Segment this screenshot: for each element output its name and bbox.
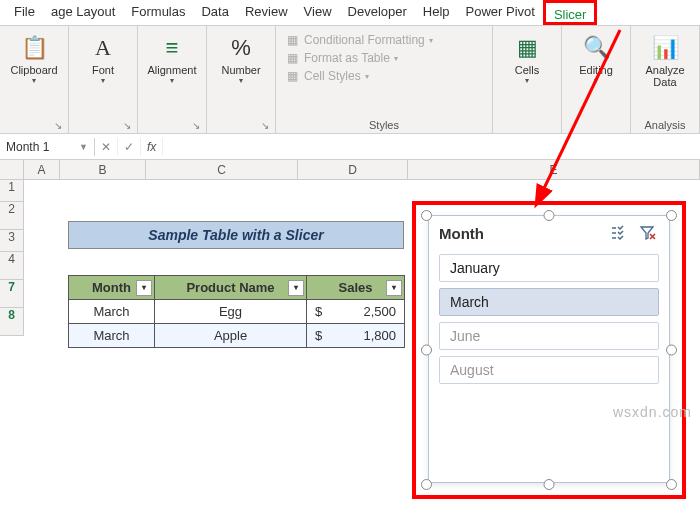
row-8[interactable]: 8 <box>0 308 24 336</box>
slicer-highlight-frame: Month January March June August <box>412 201 686 499</box>
editing-button[interactable]: 🔍Editing▾ <box>566 30 626 85</box>
col-c[interactable]: C <box>146 160 298 179</box>
cell-sales[interactable]: $1,800 <box>307 324 405 348</box>
row-3[interactable]: 3 <box>0 230 24 252</box>
slicer-title: Month <box>439 225 603 242</box>
filter-icon[interactable]: ▾ <box>288 280 304 296</box>
number-button[interactable]: %Number▾ <box>211 30 271 85</box>
cells-button[interactable]: ▦Cells▾ <box>497 30 557 85</box>
cond-format-icon: ▦ <box>284 32 300 48</box>
tab-review[interactable]: Review <box>237 0 296 25</box>
tab-help[interactable]: Help <box>415 0 458 25</box>
col-d[interactable]: D <box>298 160 408 179</box>
cell-product[interactable]: Apple <box>155 324 307 348</box>
col-a[interactable]: A <box>24 160 60 179</box>
group-editing: 🔍Editing▾ <box>562 26 631 133</box>
align-icon: ≡ <box>158 34 186 62</box>
dialog-launcher-font[interactable]: ↘ <box>121 120 133 131</box>
cell-month[interactable]: March <box>69 324 155 348</box>
cell-sales[interactable]: $2,500 <box>307 300 405 324</box>
dialog-launcher-alignment[interactable]: ↘ <box>190 120 202 131</box>
group-cells: ▦Cells▾ <box>493 26 562 133</box>
formula-input[interactable] <box>163 145 700 149</box>
conditional-formatting-button[interactable]: ▦Conditional Formatting ▾ <box>284 32 484 48</box>
cancel-formula-button[interactable]: ✕ <box>95 138 118 156</box>
tab-slicer[interactable]: Slicer <box>543 0 598 25</box>
tab-view[interactable]: View <box>296 0 340 25</box>
worksheet: A B C D E 1 2 3 4 7 8 Sample Table with … <box>0 160 700 516</box>
cell-product[interactable]: Egg <box>155 300 307 324</box>
analyze-data-button[interactable]: 📊Analyze Data <box>635 30 695 88</box>
slicer-header: Month <box>429 216 669 250</box>
tab-formulas[interactable]: Formulas <box>123 0 193 25</box>
tab-data[interactable]: Data <box>193 0 236 25</box>
row-4[interactable]: 4 <box>0 252 24 280</box>
group-analysis: 📊Analyze Data Analysis <box>631 26 700 133</box>
alignment-button[interactable]: ≡Alignment▾ <box>142 30 202 85</box>
slicer-option-august[interactable]: August <box>439 356 659 384</box>
slicer-option-january[interactable]: January <box>439 254 659 282</box>
formula-bar: Month 1▼ ✕ ✓ fx <box>0 134 700 160</box>
table-header-row: Month▾ Product Name▾ Sales▾ <box>69 276 405 300</box>
col-b[interactable]: B <box>60 160 146 179</box>
column-headers: A B C D E <box>0 160 700 180</box>
fx-button[interactable]: fx <box>141 138 163 156</box>
watermark: wsxdn.com <box>613 404 692 420</box>
tab-developer[interactable]: Developer <box>340 0 415 25</box>
slicer-option-june[interactable]: June <box>439 322 659 350</box>
group-number: %Number▾ ↘ <box>207 26 276 133</box>
font-icon: A <box>89 34 117 62</box>
dialog-launcher-clipboard[interactable]: ↘ <box>52 120 64 131</box>
sample-table: Month▾ Product Name▾ Sales▾ March Egg $2… <box>68 275 405 348</box>
clear-filter-icon[interactable] <box>637 222 659 244</box>
ribbon-tabs: File age Layout Formulas Data Review Vie… <box>0 0 700 26</box>
ribbon: 📋Clipboard▾ ↘ AFont▾ ↘ ≡Alignment▾ ↘ %Nu… <box>0 26 700 134</box>
multi-select-icon[interactable] <box>609 222 631 244</box>
header-product[interactable]: Product Name▾ <box>155 276 307 300</box>
cell-styles-icon: ▦ <box>284 68 300 84</box>
confirm-formula-button[interactable]: ✓ <box>118 138 141 156</box>
tab-file[interactable]: File <box>6 0 43 25</box>
percent-icon: % <box>227 34 255 62</box>
chevron-down-icon: ▼ <box>79 142 88 152</box>
tab-power-pivot[interactable]: Power Pivot <box>458 0 543 25</box>
table-row: March Apple $1,800 <box>69 324 405 348</box>
col-e[interactable]: E <box>408 160 700 179</box>
slicer-option-march[interactable]: March <box>439 288 659 316</box>
table-row: March Egg $2,500 <box>69 300 405 324</box>
header-sales[interactable]: Sales▾ <box>307 276 405 300</box>
slicer-options: January March June August <box>429 250 669 388</box>
name-box[interactable]: Month 1▼ <box>0 138 95 156</box>
font-button[interactable]: AFont▾ <box>73 30 133 85</box>
row-headers: 1 2 3 4 7 8 <box>0 180 24 336</box>
group-font: AFont▾ ↘ <box>69 26 138 133</box>
group-styles: ▦Conditional Formatting ▾ ▦Format as Tab… <box>276 26 493 133</box>
filter-icon[interactable]: ▾ <box>386 280 402 296</box>
select-all-triangle[interactable] <box>0 160 24 179</box>
row-7[interactable]: 7 <box>0 280 24 308</box>
slicer-panel[interactable]: Month January March June August <box>428 215 670 483</box>
row-2[interactable]: 2 <box>0 202 24 230</box>
group-alignment: ≡Alignment▾ ↘ <box>138 26 207 133</box>
cell-styles-button[interactable]: ▦Cell Styles ▾ <box>284 68 484 84</box>
cell-month[interactable]: March <box>69 300 155 324</box>
dialog-launcher-number[interactable]: ↘ <box>259 120 271 131</box>
clipboard-icon: 📋 <box>20 34 48 62</box>
row-1[interactable]: 1 <box>0 180 24 202</box>
title-cell[interactable]: Sample Table with a Slicer <box>68 221 404 249</box>
header-month[interactable]: Month▾ <box>69 276 155 300</box>
paste-button[interactable]: 📋Clipboard▾ <box>4 30 64 85</box>
search-icon: 🔍 <box>582 34 610 62</box>
chart-icon: 📊 <box>651 34 679 62</box>
group-clipboard: 📋Clipboard▾ ↘ <box>0 26 69 133</box>
cells-icon: ▦ <box>513 34 541 62</box>
table-format-icon: ▦ <box>284 50 300 66</box>
tab-page-layout[interactable]: age Layout <box>43 0 123 25</box>
format-as-table-button[interactable]: ▦Format as Table ▾ <box>284 50 484 66</box>
filter-icon[interactable]: ▾ <box>136 280 152 296</box>
